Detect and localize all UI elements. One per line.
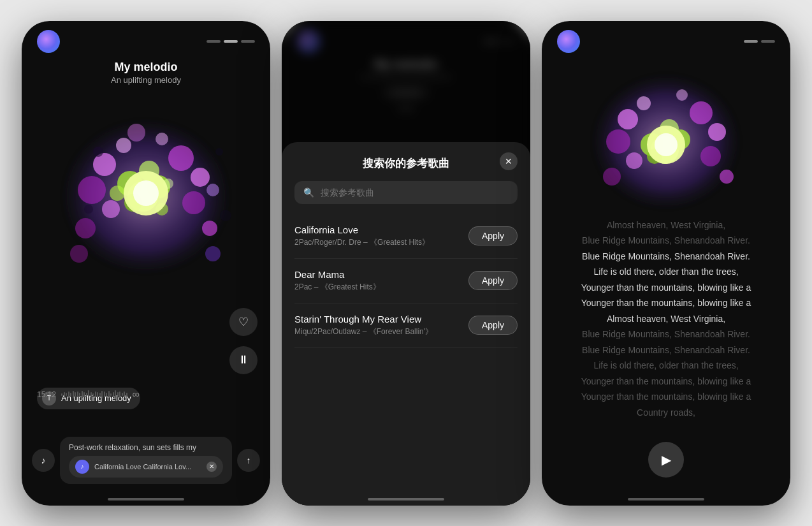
infinity-icon: ∞ — [133, 389, 140, 400]
search-icon: 🔍 — [303, 187, 314, 198]
svg-point-36 — [708, 123, 726, 141]
song-list: California Love 2Pac/Roger/Dr. Dre – 《Gr… — [282, 214, 530, 348]
home-indicator-3 — [628, 498, 704, 500]
phone-frame-3: Almost heaven, West Virginia,Blue Ridge … — [542, 21, 790, 506]
phone-frame-2: My melodio xxxxxxxxxxxxxxxxxxxxxxxxxx xx… — [282, 21, 530, 506]
search-bar[interactable]: 🔍 — [294, 181, 518, 204]
song-item: Starin' Through My Rear View Miqu/2Pac/O… — [294, 303, 518, 348]
prompt-card: Post-work relaxation, sun sets fills my … — [60, 437, 232, 484]
search-input[interactable] — [321, 187, 509, 198]
p3-avatar — [557, 30, 580, 53]
svg-point-4 — [102, 200, 120, 218]
svg-point-7 — [191, 168, 210, 187]
lyric-line-2: Blue Ridge Mountains, Shenandoah River. — [555, 249, 778, 265]
lyric-line-7: Blue Ridge Mountains, Shenandoah River. — [555, 326, 778, 342]
heart-button[interactable]: ♡ — [229, 308, 257, 336]
avatar-1 — [37, 30, 60, 53]
svg-point-39 — [676, 89, 688, 101]
lyric-line-11: Younger than the mountains, blowing like… — [555, 389, 778, 405]
p3-status-bar — [542, 21, 790, 58]
svg-point-37 — [700, 146, 721, 166]
orb-container-1 — [22, 91, 270, 295]
svg-point-30 — [618, 109, 638, 129]
svg-point-34 — [603, 168, 621, 186]
svg-point-32 — [606, 129, 630, 154]
ref-chip-text: California Love California Lov... — [94, 463, 191, 471]
orb-svg-1 — [54, 101, 238, 286]
song-sub-1: An uplifting melody — [22, 75, 270, 85]
svg-point-2 — [116, 138, 131, 153]
ref-chip-icon: ♪ — [75, 460, 89, 474]
home-indicator-2 — [368, 498, 444, 500]
p3-dots — [744, 40, 775, 43]
svg-point-25 — [93, 147, 103, 157]
modal-close-button[interactable]: ✕ — [500, 152, 518, 170]
dot1 — [207, 40, 221, 43]
music-icon-btn[interactable]: ♪ — [32, 449, 55, 472]
timer-row: 15:12 — [37, 389, 140, 400]
lyrics-area: Almost heaven, West Virginia,Blue Ridge … — [542, 215, 790, 432]
p3-play-area: ▶ — [648, 442, 684, 478]
modal-sheet: 搜索你的参考歌曲 ✕ 🔍 California Love 2Pac/Roger/… — [282, 142, 530, 506]
send-icon-btn[interactable]: ↑ — [237, 449, 260, 472]
song-item: Dear Mama 2Pac – 《Greatest Hits》 Apply — [294, 259, 518, 303]
controls-right-1: ♡ ⏸ — [229, 308, 257, 374]
svg-point-35 — [690, 101, 713, 124]
ref-chip: ♪ California Love California Lov... ✕ — [69, 456, 223, 478]
svg-point-9 — [202, 221, 217, 236]
svg-point-3 — [78, 176, 106, 204]
song-name-2: Starin' Through My Rear View — [294, 314, 433, 325]
svg-point-6 — [168, 145, 194, 171]
song-name-1: Dear Mama — [294, 269, 381, 280]
svg-point-8 — [182, 191, 205, 214]
svg-point-5 — [75, 218, 96, 238]
song-item: California Love 2Pac/Roger/Dr. Dre – 《Gr… — [294, 214, 518, 259]
svg-point-10 — [156, 133, 168, 145]
song-name-0: California Love — [294, 224, 430, 235]
waveform — [61, 390, 127, 400]
lyric-line-9: Life is old there, older than the trees, — [555, 358, 778, 374]
song-info-0: California Love 2Pac/Roger/Dr. Dre – 《Gr… — [294, 224, 430, 248]
timer-text: 15:12 — [37, 390, 56, 399]
home-indicator-1 — [108, 498, 184, 500]
lyric-line-1: Blue Ridge Mountains, Shenandoah River. — [555, 233, 778, 249]
p3-dot2 — [761, 40, 775, 43]
dot2 — [224, 40, 238, 43]
phone-frame-1: My melodio An uplifting melody — [22, 21, 270, 506]
svg-point-12 — [207, 184, 219, 196]
lyric-line-8: Blue Ridge Mountains, Shenandoah River. — [555, 342, 778, 358]
lyric-line-0: Almost heaven, West Virginia, — [555, 217, 778, 233]
p3-orb-area — [542, 62, 790, 215]
svg-point-31 — [637, 96, 651, 110]
status-bar-1 — [22, 21, 270, 58]
song-meta-0: 2Pac/Roger/Dr. Dre – 《Greatest Hits》 — [294, 237, 430, 248]
svg-point-46 — [655, 133, 678, 156]
p3-play-button[interactable]: ▶ — [648, 442, 684, 478]
svg-point-38 — [720, 170, 734, 184]
lyric-line-12: Country roads, — [555, 405, 778, 421]
lyric-line-3: Life is old there, older than the trees, — [555, 264, 778, 280]
apply-button-2[interactable]: Apply — [468, 316, 518, 335]
svg-point-24 — [133, 180, 159, 206]
bottom-row: ♪ Post-work relaxation, sun sets fills m… — [32, 437, 260, 484]
pause-button[interactable]: ⏸ — [229, 346, 257, 374]
lyric-line-6: Almost heaven, West Virginia, — [555, 311, 778, 327]
modal-header: 搜索你的参考歌曲 ✕ — [282, 142, 530, 181]
lyric-line-10: Younger than the mountains, blowing like… — [555, 374, 778, 390]
ref-chip-close-btn[interactable]: ✕ — [207, 462, 217, 472]
p3-orb-svg — [583, 62, 749, 215]
apply-button-1[interactable]: Apply — [468, 271, 518, 290]
song-title-1: My melodio — [22, 61, 270, 74]
apply-button-0[interactable]: Apply — [468, 226, 518, 245]
lyric-line-4: Younger than the mountains, blowing like… — [555, 280, 778, 296]
dot3 — [241, 40, 255, 43]
svg-point-14 — [205, 246, 221, 261]
svg-point-28 — [220, 210, 231, 221]
svg-point-13 — [70, 245, 88, 263]
song-info-2: Starin' Through My Rear View Miqu/2Pac/O… — [294, 314, 433, 337]
song-meta-1: 2Pac – 《Greatest Hits》 — [294, 282, 381, 293]
bottom-card: ♪ Post-work relaxation, sun sets fills m… — [32, 437, 260, 488]
modal-title: 搜索你的参考歌曲 — [363, 156, 449, 171]
p3-dot1 — [744, 40, 758, 43]
svg-point-20 — [110, 186, 125, 201]
